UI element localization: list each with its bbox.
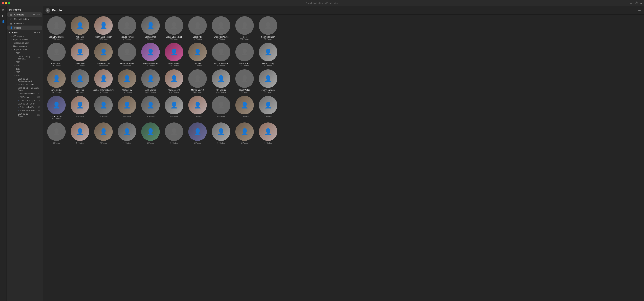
album-wppi[interactable]: › 2019-02-28 | WPPI — [7, 102, 43, 106]
person-charlotte[interactable]: 👤 Charlotte Poulus 8 Photos — [210, 16, 232, 40]
person-sean-marc[interactable]: 👤 Sean Marc Nipper 106 Photos — [92, 16, 114, 40]
rail-people-icon[interactable]: 👤 — [1, 19, 6, 24]
person-dave-rydbom[interactable]: 👤 Dave Rydbom 576 Photos — [92, 43, 114, 67]
album-migration[interactable]: › Migration Albums — [7, 38, 43, 41]
more-options-button[interactable]: ··· — [638, 9, 641, 12]
person-spela[interactable]: 👤 Špela Mukenauer 229 Photos — [46, 16, 67, 40]
album-guate[interactable]: › 2019-01-12 | Guate... 206 — [7, 112, 43, 118]
sean-marc-count: 106 Photos — [99, 38, 108, 40]
person-unknown-4-9[interactable]: 👤 12 Photos — [234, 96, 256, 120]
person-ellen[interactable]: 👤 Ellen Schweikert 18 Photos — [140, 43, 162, 67]
album-2017[interactable]: › 2017 — [7, 67, 43, 70]
album-earthmonkey[interactable]: › 2019-01-09 | EarthMonkey S... — [7, 77, 43, 83]
person-unknown-5-1[interactable]: 👤 8 Photos — [46, 122, 67, 144]
person-unknown-5-4[interactable]: 👤 7 Photos — [116, 122, 138, 144]
person-unknown-4-7[interactable]: 👤 13 Photos — [186, 96, 208, 120]
person-unknown-5-5[interactable]: 👤 6 Photos — [140, 122, 162, 144]
minimize-button[interactable] — [5, 2, 7, 4]
dave-surber-count: 28 Photos — [52, 91, 61, 93]
sidebar-item-all-photos[interactable]: ▦ All Photos 119,282 — [8, 12, 42, 17]
person-unknown-5-6[interactable]: 👤 6 Photos — [163, 122, 185, 144]
person-unknown-5-10[interactable]: 👤 6 Photos — [257, 122, 279, 144]
person-unknown-5-9[interactable]: 👤 6 Photos — [234, 122, 256, 144]
person-marusa[interactable]: 👤 Maruša Novak 8 Photos — [116, 16, 138, 40]
album-2016[interactable]: › 2016 — [7, 64, 43, 67]
2015-chevron: › — [14, 61, 14, 63]
person-caleb[interactable]: 👤 Caleb Pike 18 Photos — [186, 16, 208, 40]
album-peter-hurley[interactable]: ● Peter Hurley Ph... 25 — [7, 106, 43, 109]
person-unknown-4-4[interactable]: 👤 22 Photos — [116, 96, 138, 120]
grid-view-icon[interactable]: ⊞ — [37, 32, 38, 34]
person-unknown-4-8[interactable]: 👤 13 Photos — [210, 96, 232, 120]
2016-chevron: › — [14, 65, 14, 66]
person-urska[interactable]: 👤 Urška Rudl 234 Photos — [69, 43, 91, 67]
person-oskar[interactable]: 👤 Oskar Obal-Novak 25 Photos — [163, 16, 185, 40]
rail-photos-icon[interactable]: ⊞ — [1, 8, 6, 12]
person-unknown-4-5[interactable]: 👤 16 Photos — [140, 96, 162, 120]
migration-chevron: › — [12, 39, 12, 40]
person-marjan[interactable]: 👤 Marjan Vdovič 947 Photos — [186, 69, 208, 93]
person-unknown-5-7[interactable]: 👤 6 Photos — [186, 122, 208, 144]
list-view-icon[interactable]: ☰ — [34, 32, 36, 34]
2019-chevron: › — [14, 76, 15, 76]
cloud-icon[interactable]: ☁ — [640, 2, 642, 4]
person-dave-surber[interactable]: 👤 Dave Surber 28 Photos — [46, 69, 67, 93]
album-all-photos-sub[interactable]: ● All Photos 635 — [7, 96, 43, 99]
person-mark-toal[interactable]: 👤 Mark Toal 34 Photos — [69, 69, 91, 93]
person-marija[interactable]: 👤 Marija Vdovič 818 Photos — [163, 69, 185, 93]
2015-label: 2015 — [16, 61, 20, 63]
album-2014-harlee[interactable]: ● 2014-12-01 | Harlee... 299 — [7, 55, 43, 60]
person-crista[interactable]: 👤 Crista Rock 15 Photos — [46, 43, 67, 67]
album-2019[interactable]: › 2019 — [7, 74, 43, 77]
person-giulio[interactable]: 👤 Giulio Sciorio 149 Photos — [163, 43, 185, 67]
person-sean-robinson[interactable]: 👤 Sean Robinson 87 Photos — [257, 16, 279, 40]
album-india[interactable]: › 2019-01-30 | India — [7, 83, 43, 86]
person-unknown-5-2[interactable]: 👤 8 Photos — [69, 122, 91, 144]
add-album-icon[interactable]: + — [39, 32, 40, 34]
album-2018[interactable]: › 2018 — [7, 70, 43, 74]
rail-library-icon[interactable]: ⊟ — [1, 14, 6, 18]
sidebar-item-by-date[interactable]: ▦ By Date › — [8, 21, 42, 26]
peter-label: Peter Hurley Ph... — [20, 106, 36, 108]
person-derrick[interactable]: 👤 Derrick Story 30 Photos — [257, 43, 279, 67]
maximize-button[interactable] — [8, 2, 10, 4]
close-button[interactable] — [2, 2, 4, 4]
person-unknown-4-6[interactable]: 👤 16 Photos — [163, 96, 185, 120]
album-2014[interactable]: › 2014 — [7, 52, 43, 55]
person-john[interactable]: 👤 John Stanmeyer 39 Photos — [210, 43, 232, 67]
album-panasonic[interactable]: › 2019-02-22 | Panasonic Event — [7, 86, 43, 92]
dave-rydbom-name: Dave Rydbom — [97, 62, 110, 65]
person-priest[interactable]: 👤 Priest 221 Photos — [234, 16, 256, 40]
sidebar-item-people[interactable]: 👤 People — [8, 26, 42, 30]
person-dave-stock[interactable]: 👤 Dave Stock 48 Photos — [234, 43, 256, 67]
person-ales[interactable]: 👤 Aleš Vdovič 2435 Photos — [140, 69, 162, 93]
person-akina[interactable]: 👤 Akina Sakamoto 12 Photos — [116, 43, 138, 67]
person-jon[interactable]: 👤 Jon Yoshinaga 35 Photos — [257, 69, 279, 93]
album-project-client[interactable]: › Project & Client — [7, 48, 43, 52]
person-michael-uy[interactable]: 👤 Michael Uy 110 Photos — [116, 69, 138, 93]
person-kara[interactable]: 👤 Kara Zacconi 91 Photos — [46, 96, 67, 120]
album-2015[interactable]: › 2015 — [7, 60, 43, 64]
album-ios-imports[interactable]: › iOS Imports — [7, 34, 43, 38]
upload-icon[interactable] — [630, 2, 632, 5]
sidebar-item-recently-added[interactable]: ⏱ Recently Added › — [8, 17, 42, 21]
person-levi[interactable]: 👤 Levi Sim 23 Photos — [186, 43, 208, 67]
album-personal[interactable]: › Personal & Family — [7, 41, 43, 45]
album-alex-austin[interactable]: ● Alex in Austin on... 101 — [7, 92, 43, 96]
spela-count: 229 Photos — [52, 38, 61, 40]
person-unknown-5-3[interactable]: 👤 7 Photos — [92, 122, 114, 144]
person-unknown-5-8[interactable]: 👤 6 Photos — [210, 122, 232, 144]
album-wppi-floor[interactable]: ● WPPI Show Floor 99 — [7, 109, 43, 112]
person-unknown-4-3[interactable]: 👤 25 Photos — [92, 96, 114, 120]
album-photo-moments[interactable]: › Photo Moments — [7, 45, 43, 48]
person-unknown-4-2[interactable]: 👤 31 Photos — [69, 96, 91, 120]
person-damjan[interactable]: 👤 Damjan Obal 8 Photos — [140, 16, 162, 40]
person-crt[interactable]: 👤 Črt Vdovič 494 Photos — [210, 69, 232, 93]
person-unknown-4-10[interactable]: 👤 9 Photos — [257, 96, 279, 120]
person-alex-niki[interactable]: 👤 Alex Niki 86 Photos — [69, 16, 91, 40]
album-lumix[interactable]: ● LUMIX S1R by P... 24 — [7, 99, 43, 102]
person-vazha[interactable]: 👤 Vazha Tskhovrebashvili 16 Photos — [92, 69, 114, 93]
people-header-icon — [46, 8, 50, 13]
person-scott[interactable]: 👤 Scott Wilkie 6 Photos — [234, 69, 256, 93]
help-icon[interactable]: ? — [635, 2, 638, 5]
